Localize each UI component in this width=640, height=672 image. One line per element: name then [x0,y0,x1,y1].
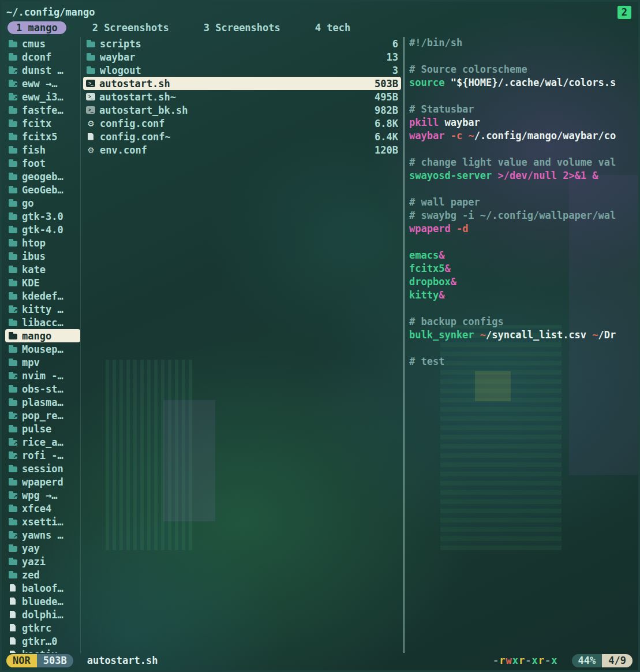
code-token: # test [409,356,444,367]
parent-item[interactable]: go [5,196,80,210]
parent-item[interactable]: fastfe… [5,103,80,117]
parent-item[interactable]: cmus [5,37,80,50]
preview-line [409,236,638,249]
code-token [557,170,563,181]
item-size: 120B [370,144,398,156]
folder-link-icon: ↗ [8,93,18,101]
parent-item[interactable]: libacc… [5,316,80,329]
item-name: libacc… [22,317,77,328]
perm-char: x [532,655,538,666]
file-item[interactable]: waybar13 [83,50,401,64]
parent-item[interactable]: gtkrc [5,621,80,634]
file-size-badge: 503B [37,654,73,667]
file-item[interactable]: >_autostart_bk.sh982B [83,103,401,117]
parent-item[interactable]: session [5,462,80,475]
parent-item[interactable]: GeoGeb… [5,183,80,196]
parent-item[interactable]: mpv [5,356,80,369]
item-name: xsetti… [22,516,77,528]
file-item[interactable]: ⚙env.conf120B [83,143,401,156]
parent-item[interactable]: yay [5,542,80,555]
parent-item[interactable]: foot [5,156,80,170]
folder-icon [8,53,18,61]
parent-item[interactable]: mango [5,329,80,342]
item-name: GeoGeb… [22,184,77,196]
code-token: # backup configs [409,316,504,327]
parent-item[interactable]: kate [5,263,80,276]
parent-item[interactable]: wpaperd [5,475,80,488]
file-item[interactable]: wlogout3 [83,64,401,77]
parent-item[interactable]: baloof… [5,581,80,595]
folder-icon [8,505,18,513]
panes: cmusdconf↗dunst …↗eww →…↗eww_i3…fastfe…f… [2,35,638,653]
parent-item[interactable]: ↗wpg →… [5,488,80,502]
parent-item[interactable]: geogeb… [5,170,80,183]
code-token: bulk_synker [409,329,474,341]
folder-icon [8,465,18,473]
code-token: -d [456,223,468,234]
code-token: -c [451,130,462,141]
parent-item[interactable]: ↗eww →… [5,77,80,90]
folder-link-icon: ↗ [8,80,18,88]
current-path: ~/.config/mango [6,6,95,18]
item-name: go [22,197,77,209]
parent-item[interactable]: kdedef… [5,289,80,303]
folder-icon [8,159,18,167]
parent-item[interactable]: ↗yawns … [5,528,80,542]
tab-3-screenshots[interactable]: 3 Screenshots [195,21,289,34]
parent-item[interactable]: yazi [5,555,80,568]
parent-item[interactable]: kactiv… [5,648,80,653]
mode-badge: NOR [6,654,37,667]
file-item[interactable]: scripts6 [83,37,401,50]
folder-link-icon: ↗ [8,305,18,313]
tab-2-screenshots[interactable]: 2 Screenshots [84,21,178,34]
parent-item[interactable]: KDE [5,276,80,289]
parent-item[interactable]: ↗pop_re… [5,409,80,422]
folder-icon [8,319,18,327]
parent-item[interactable]: xfce4 [5,502,80,515]
code-token: # wall paper [409,196,480,208]
code-token [444,130,450,141]
code-token: & [439,289,444,301]
file-item[interactable]: >_autostart.sh503B [83,77,401,90]
item-size: 982B [370,104,398,116]
item-name: wpg →… [22,490,77,501]
parent-item[interactable]: gtk-4.0 [5,223,80,236]
parent-item[interactable]: bluede… [5,595,80,608]
perm-char: - [545,655,551,666]
parent-item[interactable]: xsetti… [5,515,80,528]
parent-item[interactable]: Mousep… [5,342,80,356]
file-icon [8,584,18,592]
perm-char: w [506,655,512,666]
folder-icon [8,398,18,406]
parent-item[interactable]: dolphi… [5,608,80,621]
item-name: rofi -… [22,450,77,461]
tab-4-tech[interactable]: 4 tech [306,21,359,34]
file-item[interactable]: ⚙config.conf6.8K [83,117,401,130]
parent-item[interactable]: ↗nvim -… [5,369,80,382]
parent-item[interactable]: fcitx [5,117,80,130]
parent-item[interactable]: ibus [5,249,80,263]
parent-item[interactable]: fish [5,143,80,156]
parent-item[interactable]: obs-st… [5,382,80,395]
parent-item[interactable]: gtkr…0 [5,634,80,648]
file-item[interactable]: >_autostart.sh~495B [83,90,401,103]
parent-item[interactable]: ↗dunst … [5,64,80,77]
parent-item[interactable]: ↗kitty … [5,303,80,316]
parent-item[interactable]: htop [5,236,80,249]
item-name: gtkr…0 [22,636,77,647]
folder-icon [8,478,18,486]
parent-item[interactable]: ↗eww_i3… [5,90,80,103]
item-name: kitty … [22,304,77,315]
code-token [586,170,592,181]
parent-item[interactable]: ↗rice_a… [5,435,80,449]
parent-item[interactable]: zed [5,568,80,581]
item-name: cmus [22,38,77,50]
parent-item[interactable]: gtk-3.0 [5,210,80,223]
parent-item[interactable]: plasma… [5,395,80,409]
parent-item[interactable]: ↗rofi -… [5,449,80,462]
parent-item[interactable]: dconf [5,50,80,64]
tab-1-mango[interactable]: 1 mango [8,21,66,34]
file-item[interactable]: config.conf~6.4K [83,130,401,143]
parent-item[interactable]: pulse [5,422,80,435]
parent-item[interactable]: fcitx5 [5,130,80,143]
